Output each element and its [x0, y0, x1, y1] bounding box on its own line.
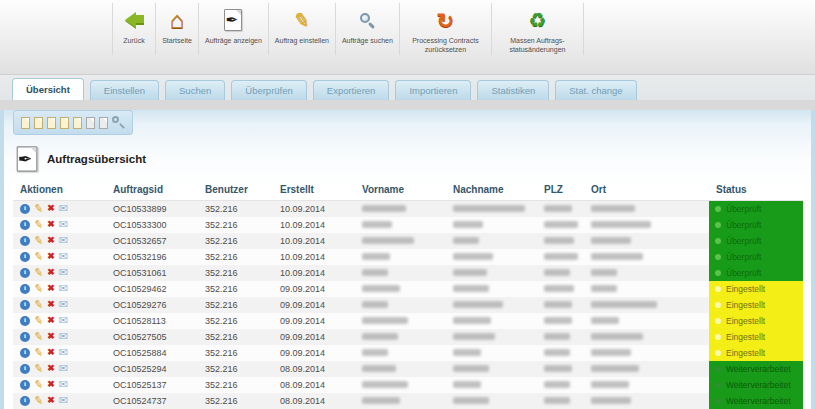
- status-cell: Eingestellt: [709, 281, 803, 297]
- edit-icon[interactable]: ✎: [33, 314, 44, 326]
- tab-statistiken[interactable]: Statistiken: [477, 80, 549, 100]
- mail-icon[interactable]: ✉: [59, 203, 68, 214]
- top-toolbar-strip: Zurück ⌂ Startseite Aufträge anzeigen ✎ …: [0, 0, 815, 75]
- mail-icon[interactable]: ✉: [59, 347, 68, 358]
- delete-icon[interactable]: ✖: [47, 332, 55, 341]
- benutzer-cell: 352.216: [198, 377, 273, 393]
- tab-ueberpruefen[interactable]: Überprüfen: [231, 80, 307, 100]
- edit-icon[interactable]: ✎: [33, 250, 44, 262]
- edit-icon[interactable]: ✎: [33, 234, 44, 246]
- reset-processing-contracts-button[interactable]: ↻ Processing Contracts zurücksetzen: [400, 3, 492, 55]
- mail-icon[interactable]: ✉: [59, 283, 68, 294]
- status-cell: Überprüft: [709, 200, 803, 217]
- edit-icon[interactable]: ✎: [33, 346, 44, 358]
- info-icon[interactable]: i: [20, 220, 30, 230]
- delete-icon[interactable]: ✖: [47, 348, 55, 357]
- mail-icon[interactable]: ✉: [59, 315, 68, 326]
- nachname-cell: [446, 297, 537, 313]
- mail-icon[interactable]: ✉: [59, 379, 68, 390]
- mail-icon[interactable]: ✉: [59, 299, 68, 310]
- plz-cell: [537, 217, 584, 233]
- redacted-text: [544, 269, 570, 276]
- mail-icon[interactable]: ✉: [59, 219, 68, 230]
- tab-stat-change[interactable]: Stat. change: [555, 80, 636, 100]
- document-icon[interactable]: [73, 117, 82, 129]
- reset-processing-contracts-label: Processing Contracts zurücksetzen: [406, 36, 485, 54]
- document-icon[interactable]: [21, 117, 30, 129]
- benutzer-cell: 352.216: [198, 265, 273, 281]
- mail-icon[interactable]: ✉: [59, 235, 68, 246]
- delete-icon[interactable]: ✖: [47, 268, 55, 277]
- status-cell: Überprüft: [709, 217, 803, 233]
- col-benutzer[interactable]: Benutzer: [198, 182, 273, 200]
- search-icon[interactable]: [112, 116, 125, 129]
- create-order-button[interactable]: ✎ Auftrag einstellen: [269, 3, 336, 55]
- info-icon[interactable]: i: [20, 348, 30, 358]
- document-icon[interactable]: [86, 117, 95, 129]
- edit-icon[interactable]: ✎: [33, 330, 44, 342]
- delete-icon[interactable]: ✖: [47, 220, 55, 229]
- search-orders-button[interactable]: Aufträge suchen: [336, 3, 400, 55]
- edit-icon[interactable]: ✎: [33, 378, 44, 390]
- mass-status-change-button[interactable]: ♻ Massen Auftrags-statusänderungen: [492, 3, 584, 55]
- info-icon[interactable]: i: [20, 252, 30, 262]
- col-auftragsid[interactable]: Auftragsid: [106, 182, 198, 200]
- status-label: Weiterverarbeitet: [726, 380, 791, 390]
- delete-icon[interactable]: ✖: [47, 364, 55, 373]
- col-vorname[interactable]: Vorname: [355, 182, 446, 200]
- mail-icon[interactable]: ✉: [59, 331, 68, 342]
- redacted-text: [362, 365, 396, 372]
- col-status[interactable]: Status: [709, 182, 803, 200]
- home-button[interactable]: ⌂ Startseite: [156, 3, 199, 55]
- info-icon[interactable]: i: [20, 300, 30, 310]
- info-icon[interactable]: i: [20, 380, 30, 390]
- delete-icon[interactable]: ✖: [47, 300, 55, 309]
- ort-cell: [584, 233, 709, 249]
- col-nachname[interactable]: Nachname: [446, 182, 537, 200]
- edit-icon[interactable]: ✎: [33, 218, 44, 230]
- document-icon[interactable]: [99, 117, 108, 129]
- info-icon[interactable]: i: [20, 332, 30, 342]
- document-icon[interactable]: [60, 117, 69, 129]
- tab-einstellen[interactable]: Einstellen: [90, 80, 159, 100]
- info-icon[interactable]: i: [20, 364, 30, 374]
- col-erstellt[interactable]: Erstellt: [273, 182, 355, 200]
- info-icon[interactable]: i: [20, 236, 30, 246]
- benutzer-cell: 352.216: [198, 249, 273, 265]
- edit-icon[interactable]: ✎: [33, 266, 44, 278]
- mail-icon[interactable]: ✉: [59, 363, 68, 374]
- tab-suchen[interactable]: Suchen: [165, 80, 225, 100]
- tab-uebersicht[interactable]: Übersicht: [12, 78, 84, 100]
- auftragsid-cell: OC10533899: [106, 200, 198, 217]
- tab-importieren[interactable]: Importieren: [395, 80, 471, 100]
- info-icon[interactable]: i: [20, 268, 30, 278]
- delete-icon[interactable]: ✖: [47, 396, 55, 405]
- document-icon[interactable]: [34, 117, 43, 129]
- col-aktionen[interactable]: Aktionen: [13, 182, 106, 200]
- delete-icon[interactable]: ✖: [47, 252, 55, 261]
- delete-icon[interactable]: ✖: [47, 380, 55, 389]
- info-icon[interactable]: i: [20, 316, 30, 326]
- col-plz[interactable]: PLZ: [537, 182, 584, 200]
- back-button[interactable]: Zurück: [112, 3, 156, 55]
- edit-icon[interactable]: ✎: [33, 298, 44, 310]
- delete-icon[interactable]: ✖: [47, 204, 55, 213]
- delete-icon[interactable]: ✖: [47, 284, 55, 293]
- col-ort[interactable]: Ort: [584, 182, 709, 200]
- mail-icon[interactable]: ✉: [59, 251, 68, 262]
- info-icon[interactable]: i: [20, 396, 30, 406]
- show-orders-button[interactable]: Aufträge anzeigen: [199, 3, 269, 55]
- info-icon[interactable]: i: [20, 204, 30, 214]
- mail-icon[interactable]: ✉: [59, 267, 68, 278]
- edit-icon[interactable]: ✎: [33, 394, 44, 406]
- edit-icon[interactable]: ✎: [33, 362, 44, 374]
- edit-icon[interactable]: ✎: [33, 282, 44, 294]
- tab-exportieren[interactable]: Exportieren: [313, 80, 390, 100]
- redacted-text: [453, 349, 481, 356]
- document-icon[interactable]: [47, 117, 56, 129]
- mail-icon[interactable]: ✉: [59, 395, 68, 406]
- delete-icon[interactable]: ✖: [47, 236, 55, 245]
- delete-icon[interactable]: ✖: [47, 316, 55, 325]
- info-icon[interactable]: i: [20, 284, 30, 294]
- edit-icon[interactable]: ✎: [33, 202, 44, 214]
